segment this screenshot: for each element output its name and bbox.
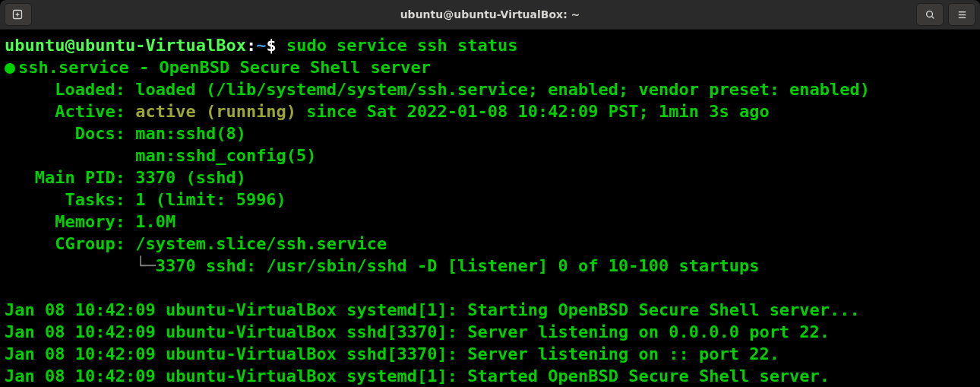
svg-point-3 (926, 11, 932, 17)
prompt-sep: : (246, 36, 256, 55)
new-tab-icon (12, 8, 24, 21)
terminal-viewport[interactable]: ubuntu@ubuntu-VirtualBox:~$ sudo service… (0, 30, 980, 387)
active-since: since Sat 2022-01-08 10:42:09 PST; 1min … (296, 102, 770, 121)
window-titlebar: ubuntu@ubuntu-VirtualBox: ~ (0, 0, 980, 30)
docs2-indent (5, 146, 135, 165)
tasks-label: Tasks: (5, 190, 135, 209)
log-line-4: Jan 08 10:42:09 ubuntu-VirtualBox system… (5, 366, 830, 385)
prompt-cwd: ~ (256, 36, 266, 55)
tree-char: └─ (135, 256, 156, 275)
new-tab-button[interactable] (5, 3, 32, 26)
docs1: man:sshd(8) (135, 124, 246, 143)
command-text: sudo service ssh status (286, 36, 518, 55)
log-line-2: Jan 08 10:42:09 ubuntu-VirtualBox sshd[3… (5, 322, 830, 341)
mainpid-label: Main PID: (5, 168, 135, 187)
hamburger-menu-button[interactable] (948, 3, 975, 26)
loaded-label: Loaded: (5, 80, 135, 99)
memory-label: Memory: (5, 212, 135, 231)
log-line-1: Jan 08 10:42:09 ubuntu-VirtualBox system… (5, 300, 860, 319)
prompt-dollar: $ (266, 36, 286, 55)
tree-indent (5, 256, 135, 275)
loaded-value: loaded (/lib/systemd/system/ssh.service;… (135, 80, 870, 99)
status-dot-icon (5, 63, 15, 74)
service-header: ssh.service - OpenBSD Secure Shell serve… (18, 58, 431, 77)
memory-value: 1.0M (135, 212, 175, 231)
cgroup-label: CGroup: (5, 234, 135, 253)
active-label: Active: (5, 102, 135, 121)
docs-label: Docs: (5, 124, 135, 143)
log-line-3: Jan 08 10:42:09 ubuntu-VirtualBox sshd[3… (5, 344, 779, 363)
docs2: man:sshd_config(5) (135, 146, 316, 165)
tasks-value: 1 (limit: 5996) (135, 190, 286, 209)
terminal-content: ubuntu@ubuntu-VirtualBox:~$ sudo service… (5, 34, 975, 387)
tree-line: 3370 sshd: /usr/sbin/sshd -D [listener] … (156, 256, 760, 275)
search-button[interactable] (916, 3, 944, 26)
hamburger-icon (956, 9, 968, 21)
mainpid-value: 3370 (sshd) (135, 168, 246, 187)
search-icon (925, 9, 936, 21)
svg-line-4 (931, 16, 934, 18)
cgroup-value: /system.slice/ssh.service (135, 234, 387, 253)
active-value: active (running) (135, 102, 296, 121)
prompt-userhost: ubuntu@ubuntu-VirtualBox (5, 36, 246, 55)
window-title: ubuntu@ubuntu-VirtualBox: ~ (0, 8, 980, 21)
